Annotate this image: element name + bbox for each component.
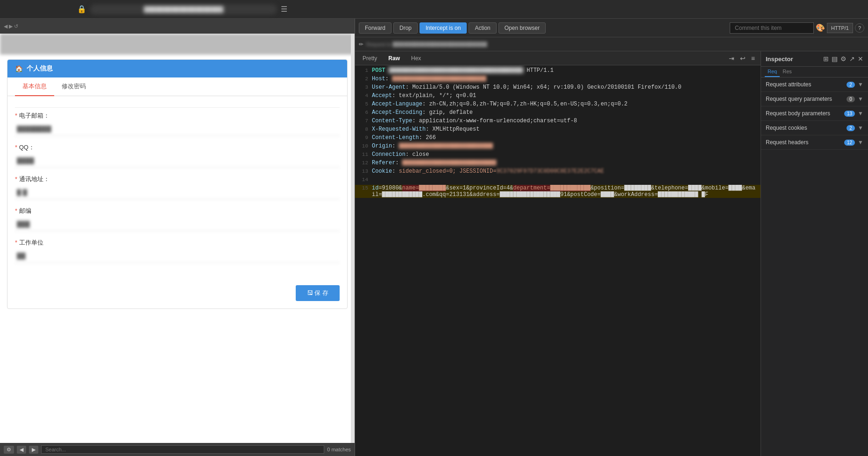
inspector-section-request-query-parameters[interactable]: Request query parameters0▼ (761, 92, 868, 106)
card-body: 电子邮箱： QQ： 通讯地址： 邮编 (7, 96, 347, 278)
forward-nav-btn[interactable]: ▶ (29, 446, 38, 454)
inspector-tab-response[interactable]: Res (780, 67, 795, 77)
line-number: 13 (357, 168, 368, 174)
inspector-close[interactable]: ✕ (858, 55, 863, 63)
http-version-badge: HTTP/1 (827, 23, 853, 33)
address-group: 通讯地址： (15, 175, 340, 199)
line-content: Content-Type: application/x-www-form-url… (372, 118, 759, 124)
browser-status-bar: ⚙ ◀ ▶ 0 matches (0, 443, 355, 456)
chevron-down-icon: ▼ (858, 139, 863, 146)
editor-section: Pretty Raw Hex ⇥ ↩ ≡ 1POST █████████████… (355, 51, 761, 456)
open-browser-button[interactable]: Open browser (498, 22, 546, 34)
intercept-button[interactable]: Intercept is on (420, 22, 467, 34)
line-content: Referer: ████████████████████████████ (372, 160, 759, 166)
line-content: Accept-Encoding: gzip, deflate (372, 109, 759, 116)
line-number: 9 (357, 134, 368, 140)
email-input[interactable] (15, 123, 340, 136)
inspector-section-label: Request body parameters (766, 110, 844, 117)
code-line-10: 10Origin: ████████████████████████████ (355, 143, 761, 151)
browser-nav-bar: ◀ ▶ ↺ (0, 19, 355, 34)
scrollbar[interactable] (351, 34, 355, 443)
inspector-section-request-cookies[interactable]: Request cookies2▼ (761, 121, 868, 135)
code-line-9: 9Content-Length: 266 (355, 134, 761, 143)
qq-input[interactable] (15, 154, 340, 168)
home-icon: 🏠 (15, 65, 23, 72)
inspector-section-request-body-parameters[interactable]: Request body parameters13▼ (761, 106, 868, 121)
inspector-section-count: 13 (844, 111, 855, 117)
personal-info-page: 🏠 个人信息 基本信息 修改密码 电子邮箱： (0, 34, 355, 443)
request-editor[interactable]: 1POST ██████████████████████████████████… (355, 65, 761, 456)
address-bar[interactable]: ████████████████████ (90, 4, 277, 14)
line-number: 6 (357, 109, 368, 115)
code-line-1: 1POST ██████████████████████████████████… (355, 67, 761, 76)
settings-btn[interactable]: ⚙ (4, 446, 14, 454)
inspector-sections: Request attributes2▼Request query parame… (761, 77, 868, 150)
tab-basic-info[interactable]: 基本信息 (15, 77, 54, 96)
matches-text: 0 matches (327, 447, 351, 452)
line-content: Host: ████████████████████████████ (372, 76, 759, 82)
tab-change-password[interactable]: 修改密码 (54, 77, 93, 96)
hex-btn[interactable]: Hex (407, 54, 425, 63)
code-line-13: 13Cookie: sidebar_closed=0; JSESSIONID=9… (355, 168, 761, 176)
request-url-bar: ✏ Request to ██████████████████████████ (355, 37, 868, 51)
card-tabs: 基本信息 修改密码 (7, 77, 347, 96)
line-number: 5 (357, 101, 368, 107)
company-input[interactable] (15, 250, 340, 263)
inspector-section-label: Request cookies (766, 125, 847, 131)
inspector-tab-request[interactable]: Req (765, 67, 780, 77)
code-line-2: 2Host: ████████████████████████████ (355, 76, 761, 84)
request-url-text: Request to ██████████████████████████ (366, 42, 864, 47)
line-content: POST ███████████████████████████████████… (372, 67, 759, 74)
blurred-header (0, 34, 355, 55)
inspector-section-count: 2 (847, 125, 855, 131)
line-number: 7 (357, 118, 368, 124)
postal-input[interactable] (15, 218, 340, 231)
code-line-12: 12Referer: ████████████████████████████ (355, 160, 761, 168)
comment-input[interactable] (730, 22, 814, 34)
proxy-panel: Forward Drop Intercept is on Action Open… (355, 19, 868, 456)
postal-group: 邮编 (15, 207, 340, 231)
indent-icon[interactable]: ⇥ (727, 54, 736, 63)
address-input[interactable] (15, 186, 340, 199)
line-content: Connection: close (372, 151, 759, 158)
forward-button[interactable]: Forward (359, 22, 391, 34)
email-group: 电子邮箱： (15, 112, 340, 136)
browser-left-section: 🔒 ████████████████████ ☰ (5, 4, 360, 14)
code-line-4: 4Accept: text/plain, */*; q=0.01 (355, 92, 761, 101)
raw-btn[interactable]: Raw (384, 54, 404, 63)
line-number: 12 (357, 160, 368, 166)
code-line-11: 11Connection: close (355, 151, 761, 160)
menu-icon[interactable]: ☰ (281, 5, 287, 14)
format-toolbar: Pretty Raw Hex ⇥ ↩ ≡ (355, 51, 761, 65)
qq-label: QQ： (15, 143, 340, 152)
inspector-expand[interactable]: ↗ (849, 55, 855, 63)
line-number: 2 (357, 76, 368, 82)
line-content: Cookie: sidebar_closed=0; JSESSIONID=9C3… (372, 168, 759, 175)
inspector-section-request-attributes[interactable]: Request attributes2▼ (761, 77, 868, 92)
personal-info-card: 🏠 个人信息 基本信息 修改密码 电子邮箱： (7, 59, 348, 309)
code-line-15: 15id=91080&name=████████&sex=1&provinceI… (355, 185, 761, 198)
inspector-mode-toggle[interactable]: ▤ (832, 55, 838, 63)
search-bar[interactable] (41, 445, 324, 454)
back-btn[interactable]: ◀ (17, 446, 26, 454)
list-icon[interactable]: ≡ (749, 54, 757, 63)
help-button[interactable]: ? (855, 23, 864, 33)
inspector-section-request-headers[interactable]: Request headers12▼ (761, 135, 868, 150)
line-number: 15 (357, 185, 368, 191)
line-content: Accept-Language: zh-CN,zh;q=0.8,zh-TW;q=… (372, 101, 759, 107)
action-button[interactable]: Action (469, 22, 496, 34)
postal-label: 邮编 (15, 207, 340, 215)
drop-button[interactable]: Drop (393, 22, 418, 34)
inspector-section-count: 0 (847, 96, 855, 102)
main-layout: ◀ ▶ ↺ 🏠 个人信息 基本信息 修改密码 (0, 19, 868, 456)
qq-group: QQ： (15, 143, 340, 168)
inspector-settings[interactable]: ⚙ (840, 55, 847, 63)
split-panels: Pretty Raw Hex ⇥ ↩ ≡ 1POST █████████████… (355, 51, 868, 456)
save-button[interactable]: 🖫 保 存 (296, 285, 340, 301)
line-number: 4 (357, 92, 368, 98)
company-label: 工作单位 (15, 239, 340, 247)
wrap-icon[interactable]: ↩ (738, 54, 747, 63)
inspector-view-toggle[interactable]: ⊞ (823, 55, 829, 63)
form-divider-top (15, 107, 340, 108)
pretty-btn[interactable]: Pretty (359, 54, 381, 63)
